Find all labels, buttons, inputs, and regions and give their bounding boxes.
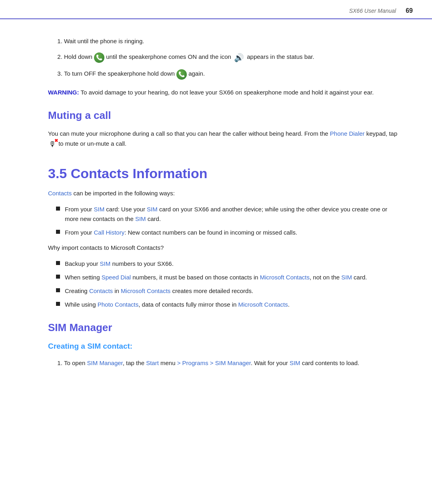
ms-contacts-link-1[interactable]: Microsoft Contacts (260, 274, 310, 281)
speed-dial-link[interactable]: Speed Dial (102, 274, 131, 281)
step-1-text: Wait until the phone is ringing. (64, 38, 144, 44)
contacts-link-2[interactable]: Contacts (89, 287, 113, 294)
contacts-bullets: From your SIM card: Use your SIM card on… (56, 205, 400, 237)
speaker-status-icon: 🔊 (234, 52, 244, 64)
why-bullet-3: Creating Contacts in Microsoft Contacts … (56, 286, 400, 296)
contacts-intro-text: can be imported in the following ways: (73, 190, 174, 197)
why-bullet-1: Backup your SIM numbers to your SX66. (56, 259, 400, 269)
sim-link-4[interactable]: SIM (100, 260, 111, 267)
bullet-square-5 (56, 288, 60, 292)
photo-contacts-link[interactable]: Photo Contacts (98, 301, 139, 308)
page-number: 69 (406, 7, 413, 14)
why-bullet-4-text: While using Photo Contacts, data of cont… (65, 300, 290, 309)
bullet-square-4 (56, 275, 60, 279)
sim-link-5[interactable]: SIM (341, 274, 352, 281)
contacts-bullet-2-text: From your Call History: New contact numb… (65, 228, 297, 237)
warning-block: WARNING: To avoid damage to your hearing… (48, 88, 400, 97)
contacts-bullet-1: From your SIM card: Use your SIM card on… (56, 205, 400, 224)
call-history-link[interactable]: Call History (94, 229, 125, 236)
sim-step-1-text: To open SIM Manager, tap the Start menu … (64, 359, 359, 366)
step-3-text: To turn OFF the speakerphone hold down a… (64, 70, 205, 77)
page-header: SX66 User Manual 69 (0, 0, 432, 19)
content-area: Wait until the phone is ringing. Hold do… (0, 19, 432, 392)
sim-link-6[interactable]: SIM (290, 359, 300, 366)
creating-sim-contact-heading: Creating a SIM contact: (48, 342, 400, 351)
sim-manager-heading: SIM Manager (48, 321, 400, 334)
sim-link-1[interactable]: SIM (94, 206, 105, 213)
why-bullet-1-text: Backup your SIM numbers to your SX66. (65, 259, 174, 269)
warning-text: To avoid damage to your hearing, do not … (79, 89, 374, 96)
phone-icon (94, 52, 104, 63)
why-bullet-4: While using Photo Contacts, data of cont… (56, 300, 400, 309)
header-title: SX66 User Manual (349, 8, 396, 14)
step-1: Wait until the phone is ringing. (64, 37, 400, 46)
phone-icon-2 (176, 69, 187, 80)
start-link[interactable]: Start (146, 359, 159, 366)
contacts-heading-text: 3.5 Contacts Information (48, 166, 208, 181)
sim-manager-link[interactable]: SIM Manager (87, 359, 123, 366)
step-2-text: Hold down until the speakerphone comes O… (64, 53, 314, 60)
muting-heading: Muting a call (48, 109, 400, 122)
contacts-intro: Contacts can be imported in the followin… (48, 189, 400, 198)
step-2: Hold down until the speakerphone comes O… (64, 52, 400, 64)
why-bullet-2-text: When setting Speed Dial numbers, it must… (65, 273, 367, 282)
bullet-square-6 (56, 302, 60, 306)
bullet-square-3 (56, 261, 60, 265)
contacts-link[interactable]: Contacts (48, 190, 72, 197)
step-3: To turn OFF the speakerphone hold down a… (64, 69, 400, 80)
contacts-bullet-2: From your Call History: New contact numb… (56, 228, 400, 237)
sim-step-1: To open SIM Manager, tap the Start menu … (64, 359, 400, 368)
programs-sim-manager-link[interactable]: > Programs > SIM Manager (177, 359, 251, 366)
sim-link-2[interactable]: SIM (147, 206, 158, 213)
steps-list: Wait until the phone is ringing. Hold do… (64, 37, 400, 80)
bullet-square-2 (56, 230, 60, 234)
bullet-square-1 (56, 207, 60, 211)
why-bullet-2: When setting Speed Dial numbers, it must… (56, 273, 400, 282)
why-bullet-3-text: Creating Contacts in Microsoft Contacts … (65, 286, 253, 296)
ms-contacts-link-3[interactable]: Microsoft Contacts (238, 301, 288, 308)
warning-label: WARNING: (48, 89, 79, 96)
muting-paragraph: You can mute your microphone during a ca… (48, 129, 400, 150)
mute-icon: 🎙✖ (49, 139, 56, 150)
phone-dialer-link[interactable]: Phone Dialer (330, 130, 365, 137)
contacts-heading: 3.5 Contacts Information (48, 166, 400, 181)
why-bullets: Backup your SIM numbers to your SX66. Wh… (56, 259, 400, 309)
page-container: SX66 User Manual 69 Wait until the phone… (0, 0, 432, 504)
why-heading: Why import contacts to Microsoft Contact… (48, 243, 400, 253)
sim-steps-list: To open SIM Manager, tap the Start menu … (64, 359, 400, 368)
contacts-bullet-1-text: From your SIM card: Use your SIM card on… (65, 205, 400, 224)
sim-link-3[interactable]: SIM (135, 215, 146, 222)
ms-contacts-link-2[interactable]: Microsoft Contacts (121, 287, 170, 294)
